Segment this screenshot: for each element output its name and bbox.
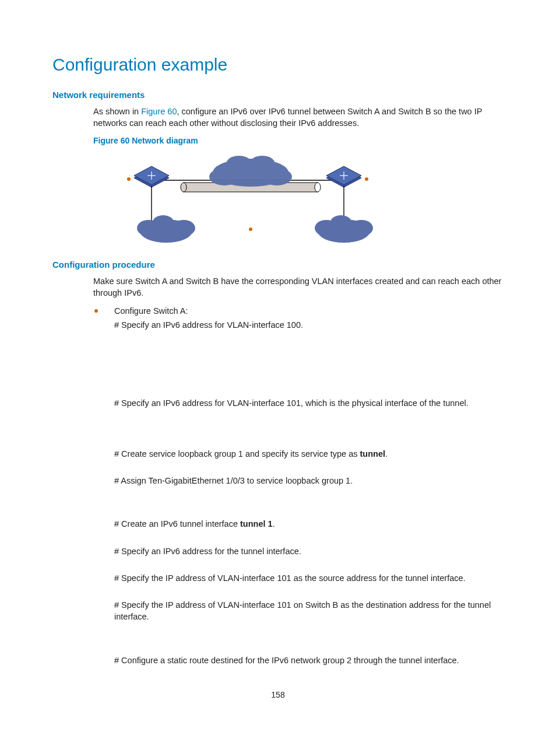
bold-tunnel1: tunnel 1: [240, 519, 273, 528]
step-6: # Specify an IPv6 address for the tunnel…: [114, 545, 504, 557]
step-7: # Specify the IP address of VLAN-interfa…: [114, 572, 504, 584]
step-4: # Assign Ten-GigabitEthernet 1/0/3 to se…: [114, 475, 504, 487]
step-3: # Create service loopback group 1 and sp…: [114, 448, 504, 460]
switch-a-icon: [127, 166, 169, 187]
step-9: # Configure a static route destined for …: [114, 654, 504, 666]
cloud-center: [209, 156, 292, 187]
svg-point-24: [153, 215, 174, 229]
svg-point-27: [350, 220, 373, 236]
dot-icon: [249, 228, 252, 231]
svg-point-7: [226, 156, 252, 172]
diagram-svg: [119, 152, 376, 251]
netreq-body: As shown in Figure 60, configure an IPv6…: [93, 106, 504, 251]
svg-point-3: [315, 183, 321, 192]
bullet-configure-switch-a: Configure Switch A: # Specify an IPv6 ad…: [93, 305, 504, 331]
svg-point-23: [172, 220, 195, 236]
figure-60-link[interactable]: Figure 60: [141, 107, 177, 116]
step-8: # Specify the IP address of VLAN-interfa…: [114, 599, 504, 623]
proc-body: Make sure Switch A and Switch B have the…: [93, 275, 504, 666]
switch-b-icon: [326, 166, 368, 187]
step-2: # Specify an IPv6 address for VLAN-inter…: [114, 397, 504, 409]
bold-tunnel: tunnel: [360, 449, 386, 459]
svg-point-28: [330, 215, 351, 229]
page-number: 158: [52, 690, 504, 701]
svg-point-11: [127, 177, 131, 181]
step-1: # Specify an IPv6 address for VLAN-inter…: [114, 319, 504, 331]
cloud-right: [315, 215, 373, 243]
netreq-paragraph: As shown in Figure 60, configure an IPv6…: [93, 106, 504, 130]
figure-caption: Figure 60 Network diagram: [93, 135, 504, 147]
proc-intro: Make sure Switch A and Switch B have the…: [93, 275, 504, 299]
network-diagram: [119, 152, 376, 251]
heading-configuration-procedure: Configuration procedure: [52, 258, 504, 271]
svg-point-16: [365, 177, 368, 181]
heading-network-requirements: Network requirements: [52, 89, 504, 101]
text: # Create service loopback group 1 and sp…: [114, 449, 360, 459]
bullet-label: Configure Switch A:: [114, 306, 188, 316]
text: As shown in: [93, 107, 141, 116]
cloud-left: [137, 215, 195, 243]
proc-bullet-list: Configure Switch A: # Specify an IPv6 ad…: [93, 305, 504, 331]
step-5: # Create an IPv6 tunnel interface tunnel…: [114, 518, 504, 530]
svg-point-8: [249, 156, 275, 172]
text: .: [385, 449, 388, 459]
page-title: Configuration example: [52, 52, 504, 77]
svg-point-2: [181, 183, 186, 192]
text: .: [273, 519, 275, 528]
document-page: Configuration example Network requiremen…: [0, 0, 556, 719]
text: # Create an IPv6 tunnel interface: [114, 519, 240, 528]
